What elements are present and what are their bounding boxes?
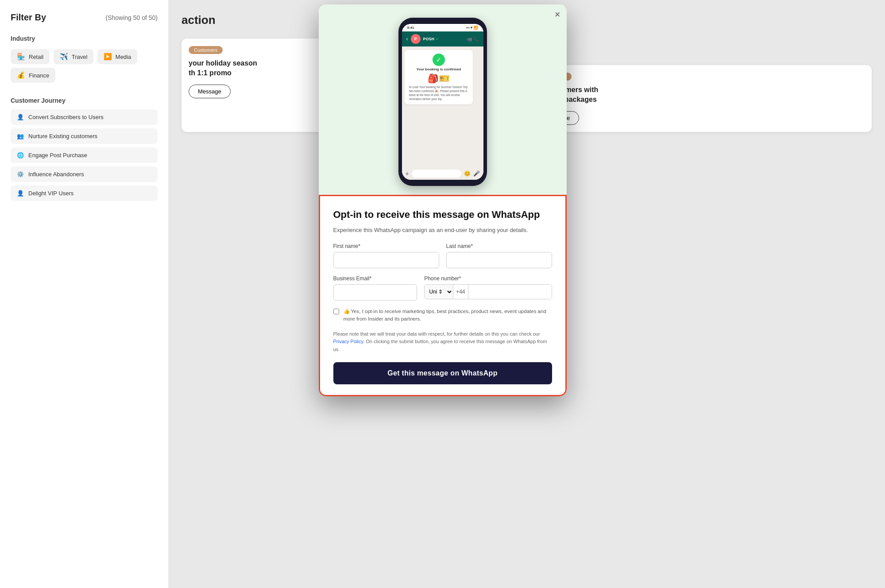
phone-screen: 9:41 ▪▪▪ ▾ 📶 ‹ P POSH ✓ 📹 📞 [402,24,483,180]
name-row: First name* Last name* [333,243,552,268]
checkbox-label: 👍 Yes, I opt-in to receive marketing tip… [344,308,552,323]
first-name-group: First name* [333,243,439,268]
submit-button[interactable]: Get this message on WhatsApp [333,362,552,384]
privacy-text: Please note that we will treat your data… [333,330,552,354]
phone-label: Phone number* [424,275,552,282]
form-area: Opt-in to receive this message on WhatsA… [319,195,567,396]
phone-toolbar: + 😊 🎤 [402,167,483,180]
booking-bubble: ✓ Your booking is confirmed 🎒🎫 Hi Lisa! … [405,50,473,104]
first-name-input[interactable] [333,252,439,268]
emoji-icon: 😊 [464,170,471,177]
email-label: Business Email* [333,275,417,282]
confirmed-icon: ✓ [433,54,445,66]
phone-field-wrapper: Uni ⇕ US UK IN +44 [424,284,552,299]
privacy-text-2: . On clicking the submit button, you agr… [333,339,547,352]
country-select[interactable]: Uni ⇕ US UK IN [425,285,453,299]
phone-chat-body: ✓ Your booking is confirmed 🎒🎫 Hi Lisa! … [402,46,483,167]
last-name-group: Last name* [446,243,552,268]
email-group: Business Email* [333,275,417,301]
brand-name: POSH ✓ [423,37,439,41]
last-name-input[interactable] [446,252,552,268]
phone-chat-header: ‹ P POSH ✓ 📹 📞 [402,31,483,46]
close-button[interactable]: × [555,10,560,19]
modal-backdrop: × 9:41 ▪▪▪ ▾ 📶 ‹ P POSH ✓ [0,0,885,588]
phone-input[interactable] [468,285,552,299]
phone-preview-area: 9:41 ▪▪▪ ▾ 📶 ‹ P POSH ✓ 📹 📞 [319,4,567,195]
call-icon: 📞 [474,37,479,42]
bubble-header: ✓ Your booking is confirmed [409,54,469,71]
back-arrow-icon: ‹ [406,36,408,42]
modal-container: × 9:41 ▪▪▪ ▾ 📶 ‹ P POSH ✓ [319,4,567,396]
email-input[interactable] [333,284,417,301]
checkbox-row: 👍 Yes, I opt-in to receive marketing tip… [333,308,552,323]
privacy-text-1: Please note that we will treat your data… [333,331,540,337]
video-icon: 📹 [467,37,472,42]
last-name-label: Last name* [446,243,552,249]
brand-avatar: P [411,34,421,44]
booking-emoji: 🎒🎫 [409,73,469,84]
opt-in-checkbox[interactable] [333,309,339,314]
privacy-policy-link[interactable]: Privacy Policy [333,339,363,344]
phone-prefix: +44 [453,285,468,299]
phone-mockup: 9:41 ▪▪▪ ▾ 📶 ‹ P POSH ✓ 📹 📞 [398,18,487,186]
compose-area [412,170,461,178]
phone-signal: ▪▪▪ ▾ 📶 [466,26,478,30]
phone-header-icons: 📹 📞 [467,37,479,42]
opt-in-title: Opt-in to receive this message on WhatsA… [333,209,552,221]
plus-icon: + [406,170,409,177]
first-name-label: First name* [333,243,439,249]
phone-status-bar: 9:41 ▪▪▪ ▾ 📶 [402,24,483,31]
phone-time: 9:41 [407,26,414,30]
booking-title: Your booking is confirmed [409,67,469,71]
verified-icon: ✓ [436,37,439,41]
phone-group: Phone number* Uni ⇕ US UK IN +44 [424,275,552,301]
mic-icon: 🎤 [473,170,480,177]
contact-row: Business Email* Phone number* Uni ⇕ US U… [333,275,552,301]
opt-in-subtitle: Experience this WhatsApp campaign as an … [333,226,552,235]
booking-text: Hi Lisa! Your booking for Summer Greece … [409,85,469,101]
